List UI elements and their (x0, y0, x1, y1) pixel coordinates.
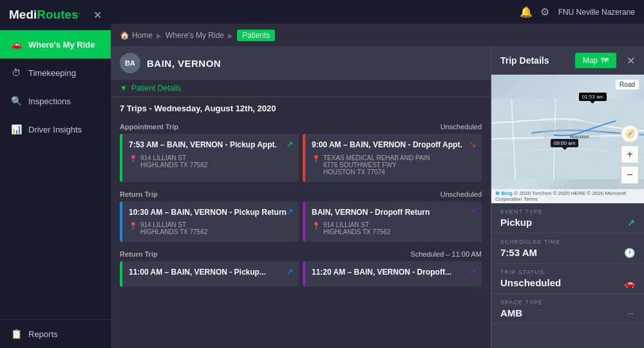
map-pin-1: 01:53 am (579, 93, 607, 101)
trip-card-address: 📍 TEXAS MEDICAL REHAB AND PAIN6776 SOUTH… (312, 154, 475, 176)
detail-field-value: AMB ↔ (500, 307, 635, 318)
trip-group-label: Return Trip (120, 250, 158, 258)
compass-button[interactable]: 🧭 (621, 125, 639, 143)
arrow-icon: ↗ (286, 139, 294, 149)
detail-field-scheduled-time: SCHEDULED TIME 7:53 AM 🕐 (491, 234, 644, 264)
trip-card-dropoff-sched[interactable]: 11:20 AM – BAIN, VERNON - Dropoff... ↗ (303, 261, 482, 287)
detail-field-value: 7:53 AM 🕐 (500, 247, 635, 258)
pin-icon: 📍 (129, 222, 138, 230)
patient-details-toggle[interactable]: ▼ Patient Details (111, 80, 491, 97)
detail-field-space-type: SPACE TYPE AMB ↔ (491, 294, 644, 324)
detail-field-label: SCHEDULED TIME (500, 239, 635, 245)
pin-icon: 📍 (312, 222, 321, 230)
left-panel: BA BAIN, VERNON ▼ Patient Details 7 Trip… (111, 46, 491, 348)
sidebar-item-label: Where's My Ride (28, 40, 95, 50)
map-icon: 🗺 (601, 56, 609, 65)
logo-area: MediRoutes. ✕ (0, 0, 111, 30)
map-controls: 🧭 + − (621, 125, 639, 184)
close-panel-button[interactable]: ✕ (627, 55, 635, 67)
detail-field-label: SPACE TYPE (500, 299, 635, 306)
breadcrumb-sep-1: ▶ (156, 32, 162, 39)
breadcrumb-wheres-my-ride[interactable]: Where's My Ride (166, 31, 224, 40)
detail-field-value: Unscheduled 🚗 (500, 277, 635, 288)
zoom-out-button[interactable]: − (621, 166, 639, 184)
zoom-in-button[interactable]: + (621, 145, 639, 163)
trip-details-actions: Map 🗺 ✕ (575, 53, 635, 68)
gear-icon[interactable]: ⚙ (540, 6, 549, 18)
sidebar-item-label: Timekeeping (28, 68, 76, 78)
trip-cards: 11:00 AM – BAIN, VERNON - Pickup... ↗ 11… (120, 261, 482, 287)
trip-card-address: 📍 914 LILLIAN STHIGHLANDS TX 77562 (312, 221, 475, 235)
trip-details-header: Trip Details Map 🗺 ✕ (491, 46, 644, 75)
trip-cards: 10:30 AM – BAIN, VERNON - Pickup Return … (120, 201, 482, 243)
topbar: 🔔 ⚙ FNU Neville Nazerane (111, 0, 644, 24)
logo: MediRoutes. (9, 8, 80, 22)
breadcrumb: 🏠 Home ▶ Where's My Ride ▶ Patients (111, 24, 644, 46)
arrow-icon: ↗ (286, 206, 294, 217)
close-sidebar-button[interactable]: ✕ (93, 9, 102, 21)
trip-card-address: 📍 914 LILLIAN STHIGHLANDS TX 77562 (129, 154, 292, 169)
trip-group-status: Unscheduled (440, 123, 482, 131)
chevron-down-icon: ▼ (120, 84, 128, 93)
trip-group-return-1: Return Trip Unscheduled 10:30 AM – BAIN,… (120, 187, 482, 243)
map-attribution: © 2020 TomTom © 2020 HERE © 2020 Microso… (495, 190, 626, 202)
trip-group-header: Return Trip Unscheduled (120, 187, 482, 201)
sidebar-item-driver-insights[interactable]: 📊 Driver Insights (0, 115, 111, 143)
trip-group-status: Scheduled – 11:00 AM (410, 250, 482, 258)
map-background: Houston 01:53 am 09:00 am Road 🧭 + − ⊕ B (491, 75, 644, 203)
sidebar-item-label: Driver Insights (28, 125, 82, 134)
trip-card-pickup-sched[interactable]: 11:00 AM – BAIN, VERNON - Pickup... ↗ (120, 261, 299, 287)
sidebar-item-reports[interactable]: 📋 Reports (0, 320, 111, 348)
detail-field-event-type: EVENT TYPE Pickup ↗ (491, 203, 644, 234)
trip-detail-fields: EVENT TYPE Pickup ↗ SCHEDULED TIME 7:53 … (491, 203, 644, 348)
road-label: Road (616, 80, 639, 89)
trip-card-time: 10:30 AM – BAIN, VERNON - Pickup Return (129, 208, 292, 218)
bell-icon[interactable]: 🔔 (520, 6, 533, 18)
detail-field-label: TRIP STATUS (500, 269, 635, 275)
sidebar-item-timekeeping[interactable]: ⏱ Timekeeping (0, 59, 111, 87)
sidebar-item-label: Inspections (28, 96, 71, 106)
trip-card-time: 11:20 AM – BAIN, VERNON - Dropoff... (312, 268, 475, 278)
arrow-icon: ↗ (469, 206, 477, 217)
chart-icon: 📊 (10, 124, 22, 135)
trip-group-label: Return Trip (120, 190, 158, 198)
arrow-icon: ↗ (286, 266, 294, 277)
sidebar-item-label: Reports (28, 329, 58, 339)
car-icon: 🚗 (10, 39, 22, 50)
breadcrumb-sep-2: ▶ (228, 32, 233, 39)
content-area: BA BAIN, VERNON ▼ Patient Details 7 Trip… (111, 46, 644, 348)
arrow-icon: ↗ (469, 266, 477, 277)
patient-name: BAIN, VERNON (147, 58, 221, 69)
map-container: Houston 01:53 am 09:00 am Road 🧭 + − ⊕ B (491, 75, 644, 203)
trip-card-dropoff-appt[interactable]: 9:00 AM – BAIN, VERNON - Dropoff Appt. ↘… (303, 134, 482, 182)
trip-group-header: Appointment Trip Unscheduled (120, 120, 482, 134)
trip-card-dropoff-return[interactable]: BAIN, VERNON - Dropoff Return ↗ 📍 914 LI… (303, 201, 482, 243)
trip-group-label: Appointment Trip (120, 123, 178, 131)
trip-details-title: Trip Details (500, 55, 549, 66)
detail-field-trip-status: TRIP STATUS Unscheduled 🚗 (491, 264, 644, 294)
sidebar-item-wheres-my-ride[interactable]: 🚗 Where's My Ride (0, 30, 111, 59)
trip-card-pickup-appt[interactable]: 7:53 AM – BAIN, VERNON - Pickup Appt. ↗ … (120, 134, 299, 182)
sidebar: MediRoutes. ✕ 🚗 Where's My Ride ⏱ Timeke… (0, 0, 111, 348)
clock-icon: 🕐 (624, 248, 635, 258)
sidebar-item-inspections[interactable]: 🔍 Inspections (0, 87, 111, 115)
home-icon: 🏠 (120, 31, 129, 40)
trip-group-return-2: Return Trip Scheduled – 11:00 AM 11:00 A… (120, 247, 482, 287)
trip-card-pickup-return[interactable]: 10:30 AM – BAIN, VERNON - Pickup Return … (120, 201, 299, 243)
arrows-icon: ↔ (626, 308, 635, 318)
patient-header: BA BAIN, VERNON (111, 46, 491, 80)
breadcrumb-home[interactable]: 🏠 Home (120, 31, 153, 40)
trip-group-header: Return Trip Scheduled – 11:00 AM (120, 247, 482, 261)
topbar-user: FNU Neville Nazerane (558, 8, 635, 17)
trips-header: 7 Trips - Wednesday, August 12th, 2020 (111, 97, 491, 120)
clock-icon: ⏱ (10, 67, 22, 78)
inspection-icon: 🔍 (10, 95, 22, 107)
breadcrumb-patients[interactable]: Patients (237, 30, 275, 41)
trip-group-status: Unscheduled (440, 190, 482, 198)
map-pin-2: 09:00 am (551, 139, 578, 147)
trip-card-time: 9:00 AM – BAIN, VERNON - Dropoff Appt. (312, 140, 475, 151)
reports-icon: 📋 (10, 328, 22, 340)
trip-card-time: 7:53 AM – BAIN, VERNON - Pickup Appt. (129, 140, 292, 151)
map-button[interactable]: Map 🗺 (575, 53, 616, 68)
right-panel: Trip Details Map 🗺 ✕ (491, 46, 644, 348)
